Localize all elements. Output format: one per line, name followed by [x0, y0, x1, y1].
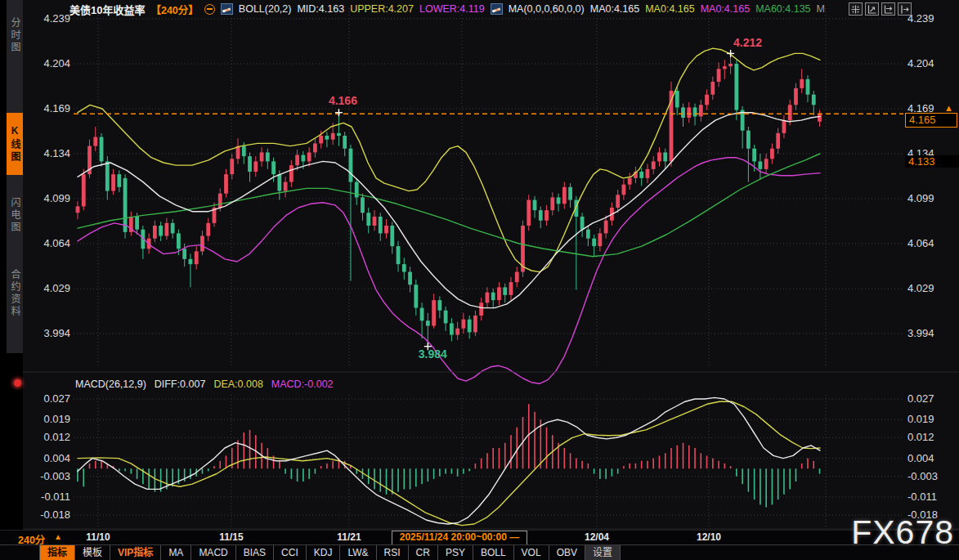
- toolbar-item-RSI[interactable]: RSI: [377, 545, 409, 560]
- price-axis-label-right: 4.099: [907, 192, 957, 205]
- sidebar-tab-闪电图[interactable]: 闪电图: [7, 183, 23, 247]
- price-axis-label-right: 4.029: [907, 282, 957, 295]
- ma0-magenta-value: MA0:4.165: [701, 3, 750, 15]
- macd-axis-label-right: 0.027: [907, 392, 957, 405]
- alert-dot-icon: [14, 379, 21, 387]
- price-axis-label-right: 3.994: [907, 327, 957, 340]
- collapse-icon[interactable]: [204, 4, 215, 15]
- zoom-out-icon[interactable]: [881, 2, 895, 16]
- ma60-value: MA60:4.135: [755, 3, 810, 15]
- macd-axis-label-right: 0.019: [907, 413, 957, 426]
- price-axis-label-left: 4.239: [25, 12, 70, 25]
- toolbar-item-MA[interactable]: MA: [161, 545, 191, 560]
- toolbar-item-CR[interactable]: CR: [409, 545, 438, 560]
- price-axis-label-left: 4.134: [25, 147, 70, 160]
- crosshair-move-icon[interactable]: [849, 2, 863, 16]
- macd-axis-label-left: 0.019: [25, 413, 70, 426]
- date-tick: 11/15: [219, 531, 243, 543]
- scroll-up-arrow-icon[interactable]: ▲: [944, 103, 953, 113]
- sidebar-tab-K线图[interactable]: K线图: [7, 113, 23, 175]
- sidebar: 分时图K线图闪电图合约资料: [0, 0, 23, 530]
- toolbar-item-模板[interactable]: 模板: [75, 545, 110, 560]
- macd-axis-label-right: 0.004: [907, 452, 957, 465]
- toolbar-item-VIP指标[interactable]: VIP指标: [110, 545, 161, 560]
- toolbar-item-指标[interactable]: 指标: [39, 545, 75, 560]
- price-axis-label-right: 4.239: [907, 12, 957, 25]
- instrument-title: 美债10年收益率: [69, 2, 145, 17]
- ma-label: MA(0,0,0,60,0,0): [509, 3, 585, 15]
- chart-application: 4.1664.2123.984 分时图K线图闪电图合约资料 美债10年收益率 【…: [0, 0, 959, 560]
- period-badge: 【240分】: [150, 2, 198, 17]
- macd-axis-label-right: 0.012: [907, 431, 957, 444]
- zoom-in-icon[interactable]: [865, 2, 879, 16]
- macd-diff-value: DIFF:0.007: [155, 379, 206, 390]
- macd-macd-value: MACD:-0.002: [271, 379, 334, 390]
- watermark: FX678: [851, 513, 954, 552]
- sidebar-tab-分时图[interactable]: 分时图: [7, 5, 23, 65]
- macd-legend: MACD(26,12,9) DIFF:0.007 DEA:0.008 MACD:…: [75, 379, 334, 390]
- svg-text:4.166: 4.166: [329, 94, 357, 107]
- price-axis-label-right: 4.204: [907, 57, 957, 70]
- price-axis-label-right: 4.064: [907, 237, 957, 250]
- candles: [76, 53, 822, 346]
- macd-axis-label-left: 0.012: [25, 431, 70, 444]
- macd-axis-label-left: 0.027: [25, 392, 70, 405]
- ma-chart-icon[interactable]: [491, 3, 503, 15]
- toolbar-item-设置[interactable]: 设置: [585, 545, 621, 560]
- main-chart[interactable]: 4.1664.2123.984: [0, 0, 959, 560]
- period-arrow-icon[interactable]: ▲: [54, 532, 62, 541]
- macd-axis-label-left: -0.003: [25, 470, 70, 483]
- date-tick: 12/10: [697, 531, 721, 543]
- boll-mid-value: MID:4.163: [297, 3, 344, 15]
- svg-text:4.212: 4.212: [733, 36, 762, 49]
- macd-dea-value: DEA:0.008: [213, 379, 262, 390]
- toolbar-item-KDJ[interactable]: KDJ: [307, 545, 341, 560]
- m-suffix: M: [817, 3, 825, 15]
- toolbar-item-OBV[interactable]: OBV: [549, 545, 585, 560]
- boll-upper-value: UPPER:4.207: [350, 3, 414, 15]
- toolbar-item-MACD[interactable]: MACD: [191, 545, 235, 560]
- price-axis-label-left: 4.204: [25, 57, 70, 70]
- date-tick: 11/21: [337, 531, 361, 543]
- macd-axis-label-left: -0.018: [25, 508, 70, 522]
- macd-axis-label-right: -0.011: [907, 491, 957, 504]
- boll-lower-value: LOWER:4.119: [419, 3, 485, 15]
- macd-axis-label-right: -0.003: [907, 470, 957, 483]
- price-axis-label-left: 4.029: [25, 282, 70, 295]
- chart-tools: [849, 2, 912, 16]
- toolbar-item-VOL[interactable]: VOL: [514, 545, 549, 560]
- indicator-toolbar: 指标模板VIP指标MAMACDBIASCCIKDJLW&RSICRPSYBOLL…: [0, 544, 959, 560]
- date-tick: 11/10: [86, 531, 110, 543]
- toolbar-item-BOLL[interactable]: BOLL: [473, 545, 514, 560]
- toolbar-item-LW&[interactable]: LW&: [340, 545, 376, 560]
- price-axis-label-left: 3.994: [25, 327, 70, 340]
- ma0-yellow-value: MA0:4.165: [645, 3, 694, 15]
- ma0-white-value: MA0:4.165: [590, 3, 639, 15]
- svg-text:3.984: 3.984: [419, 347, 447, 361]
- date-tick: 12/04: [585, 531, 609, 543]
- boll-label: BOLL(20,2): [239, 3, 292, 15]
- sidebar-tab-合约资料[interactable]: 合约资料: [7, 252, 23, 335]
- toolbar-item-PSY[interactable]: PSY: [438, 545, 473, 560]
- current-price-tag: 4.165: [905, 113, 957, 128]
- price-axis-label-left: 4.169: [25, 102, 70, 115]
- price-axis-label-left: 4.099: [25, 192, 70, 205]
- toolbar-item-BIAS[interactable]: BIAS: [236, 545, 274, 560]
- price-axis-label-left: 4.064: [25, 237, 70, 250]
- boll-chart-icon[interactable]: [221, 3, 233, 15]
- date-axis: 240分 ▲ 2025/11/24 20:00~00:00 — 11/1011/…: [0, 530, 959, 545]
- chart-header: 美债10年收益率 【240分】 BOLL(20,2) MID:4.163 UPP…: [69, 2, 825, 16]
- selected-date-range: 2025/11/24 20:00~00:00 —: [392, 531, 527, 545]
- macd-axis-label-left: -0.011: [25, 491, 70, 504]
- macd-name: MACD(26,12,9): [75, 379, 146, 390]
- toolbar-item-CCI[interactable]: CCI: [274, 545, 307, 560]
- secondary-price-tag: 4.133: [905, 155, 959, 168]
- macd-axis-label-left: 0.004: [25, 452, 70, 465]
- pan-right-icon[interactable]: [898, 2, 912, 16]
